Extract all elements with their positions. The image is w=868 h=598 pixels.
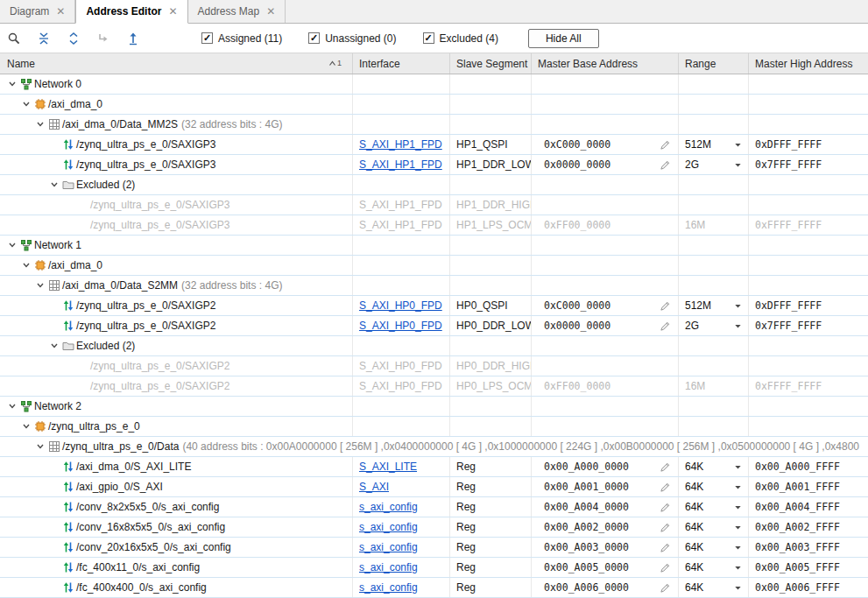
interface-link[interactable]: S_AXI_HP0_FPD	[359, 299, 442, 312]
expand-all-icon[interactable]	[67, 32, 81, 46]
row-name-cell: Network 1	[0, 236, 353, 255]
edit-pencil-icon[interactable]	[660, 320, 671, 332]
table-row[interactable]: /conv_20x16x5x5_0/s_axi_configs_axi_conf…	[0, 538, 868, 558]
hide-all-button[interactable]: Hide All	[528, 29, 599, 48]
expand-chevron-icon[interactable]	[33, 117, 47, 131]
expand-chevron-icon[interactable]	[19, 97, 33, 111]
range-dropdown-icon[interactable]	[734, 322, 742, 330]
expand-chevron-icon[interactable]	[33, 278, 47, 292]
expand-chevron-icon[interactable]	[47, 339, 61, 353]
table-row[interactable]: /axi_dma_0	[0, 95, 868, 115]
edit-pencil-icon[interactable]	[660, 582, 671, 594]
search-icon[interactable]	[7, 32, 21, 46]
table-row[interactable]: /zynq_ultra_ps_e_0/SAXIGP2S_AXI_HP0_FPDH…	[0, 376, 868, 397]
column-header-master-base-address[interactable]: Master Base Address	[532, 53, 679, 74]
row-name: /zynq_ultra_ps_e_0	[48, 420, 140, 433]
expand-chevron-icon[interactable]	[5, 77, 19, 91]
table-row[interactable]: /conv_8x2x5x5_0/s_axi_configs_axi_config…	[0, 497, 868, 517]
table-row[interactable]: /zynq_ultra_ps_e_0	[0, 417, 868, 437]
table-row[interactable]: /zynq_ultra_ps_e_0/SAXIGP3S_AXI_HP1_FPDH…	[0, 155, 868, 175]
interface-link[interactable]: s_axi_config	[359, 501, 418, 513]
table-row[interactable]: /axi_dma_0	[0, 256, 868, 276]
interface-link[interactable]: S_AXI_HP1_FPD	[359, 138, 442, 151]
table-row[interactable]: Excluded (2)	[0, 175, 868, 195]
interface-link[interactable]: s_axi_config	[359, 561, 418, 573]
table-row[interactable]: /fc_400x11_0/s_axi_configs_axi_configReg…	[0, 558, 868, 578]
table-row[interactable]: /zynq_ultra_ps_e_0/SAXIGP2S_AXI_HP0_FPDH…	[0, 316, 868, 336]
table-row[interactable]: Network 1	[0, 236, 868, 256]
table-body: Network 0/axi_dma_0/axi_dma_0/Data_MM2S(…	[0, 74, 868, 598]
row-name: /axi_dma_0	[48, 98, 102, 110]
interface-link[interactable]: s_axi_config	[359, 541, 418, 553]
column-header-slave-segment[interactable]: Slave Segment	[450, 53, 532, 74]
range-dropdown-icon[interactable]	[734, 302, 742, 310]
column-header-interface[interactable]: Interface	[353, 53, 450, 74]
edit-pencil-icon[interactable]	[660, 542, 671, 553]
table-row[interactable]: /zynq_ultra_ps_e_0/SAXIGP3S_AXI_HP1_FPDH…	[0, 135, 868, 155]
edit-pencil-icon[interactable]	[660, 482, 671, 493]
close-icon[interactable]: ✕	[56, 5, 65, 18]
interface-link[interactable]: S_AXI_HP0_FPD	[359, 320, 442, 332]
table-row[interactable]: /axi_dma_0/Data_S2MM(32 address bits : 4…	[0, 276, 868, 296]
range-dropdown-icon[interactable]	[734, 161, 742, 169]
expand-chevron-icon[interactable]	[19, 419, 33, 433]
filter-unassigned-checkbox[interactable]: ✓ Unassigned (0)	[308, 32, 396, 45]
column-header-master-high-address[interactable]: Master High Address	[749, 53, 868, 74]
slave-segment-cell: Reg	[450, 538, 532, 557]
filter-assigned-checkbox[interactable]: ✓ Assigned (11)	[201, 32, 282, 45]
checkbox-label: Unassigned (0)	[325, 32, 396, 45]
interface-link[interactable]: S_AXI_HP1_FPD	[359, 158, 442, 171]
expand-chevron-icon[interactable]	[5, 238, 19, 252]
table-row[interactable]: /fc_400x400_0/s_axi_configs_axi_configRe…	[0, 578, 868, 598]
close-icon[interactable]: ✕	[266, 5, 275, 18]
expand-chevron-icon[interactable]	[33, 440, 47, 454]
column-header-range[interactable]: Range	[679, 53, 749, 74]
expand-chevron-icon[interactable]	[5, 399, 19, 413]
table-row[interactable]: /axi_gpio_0/S_AXIS_AXIReg0x00_A001_00006…	[0, 477, 868, 497]
interface-link[interactable]: S_AXI_LITE	[359, 461, 417, 473]
filter-excluded-checkbox[interactable]: ✓ Excluded (4)	[423, 32, 498, 45]
table-row[interactable]: Excluded (2)	[0, 336, 868, 356]
range-dropdown-icon[interactable]	[734, 503, 742, 511]
interface-link[interactable]: S_AXI	[359, 481, 389, 493]
range-dropdown-icon[interactable]	[734, 483, 742, 491]
interface-icon	[61, 500, 75, 514]
table-row[interactable]: Network 0	[0, 74, 868, 95]
table-row[interactable]: /conv_16x8x5x5_0/s_axi_configs_axi_confi…	[0, 517, 868, 538]
table-row[interactable]: /axi_dma_0/S_AXI_LITES_AXI_LITEReg0x00_A…	[0, 457, 868, 477]
table-row[interactable]: /zynq_ultra_ps_e_0/SAXIGP2S_AXI_HP0_FPDH…	[0, 356, 868, 376]
assign-address-icon[interactable]	[126, 32, 140, 46]
close-icon[interactable]: ✕	[168, 5, 177, 18]
tab-address-editor[interactable]: Address Editor ✕	[75, 0, 187, 24]
table-row[interactable]: /zynq_ultra_ps_e_0/SAXIGP2S_AXI_HP0_FPDH…	[0, 296, 868, 316]
edit-pencil-icon[interactable]	[660, 461, 671, 473]
edit-pencil-icon[interactable]	[660, 300, 671, 312]
edit-pencil-icon[interactable]	[660, 159, 671, 171]
range-dropdown-icon[interactable]	[734, 141, 742, 149]
edit-pencil-icon[interactable]	[660, 522, 671, 533]
range-dropdown-icon[interactable]	[734, 463, 742, 471]
range-dropdown-icon[interactable]	[734, 564, 742, 572]
row-name-suffix: (32 address bits : 4G)	[181, 279, 282, 292]
interface-link[interactable]: s_axi_config	[359, 521, 418, 533]
range-dropdown-icon[interactable]	[734, 544, 742, 552]
edit-pencil-icon[interactable]	[660, 502, 671, 513]
table-row[interactable]: Network 2	[0, 397, 868, 417]
table-row[interactable]: /zynq_ultra_ps_e_0/Data(40 address bits …	[0, 437, 868, 457]
range-dropdown-icon[interactable]	[734, 584, 742, 592]
edit-pencil-icon[interactable]	[660, 139, 671, 151]
tab-diagram[interactable]: Diagram ✕	[0, 0, 75, 23]
interface-link[interactable]: s_axi_config	[359, 581, 418, 594]
range-cell	[679, 256, 749, 275]
table-row[interactable]: /zynq_ultra_ps_e_0/SAXIGP3S_AXI_HP1_FPDH…	[0, 195, 868, 215]
column-header-name[interactable]: Name 1	[0, 53, 353, 74]
table-row[interactable]: /zynq_ultra_ps_e_0/SAXIGP3S_AXI_HP1_FPDH…	[0, 215, 868, 236]
range-dropdown-icon[interactable]	[734, 524, 742, 531]
collapse-all-icon[interactable]	[37, 32, 51, 46]
tab-address-map[interactable]: Address Map ✕	[188, 0, 286, 23]
master-base-address-value: 0x00_A002_0000	[544, 521, 629, 533]
edit-pencil-icon[interactable]	[660, 562, 671, 573]
expand-chevron-icon[interactable]	[47, 178, 61, 192]
table-row[interactable]: /axi_dma_0/Data_MM2S(32 address bits : 4…	[0, 115, 868, 135]
expand-chevron-icon[interactable]	[19, 258, 33, 272]
